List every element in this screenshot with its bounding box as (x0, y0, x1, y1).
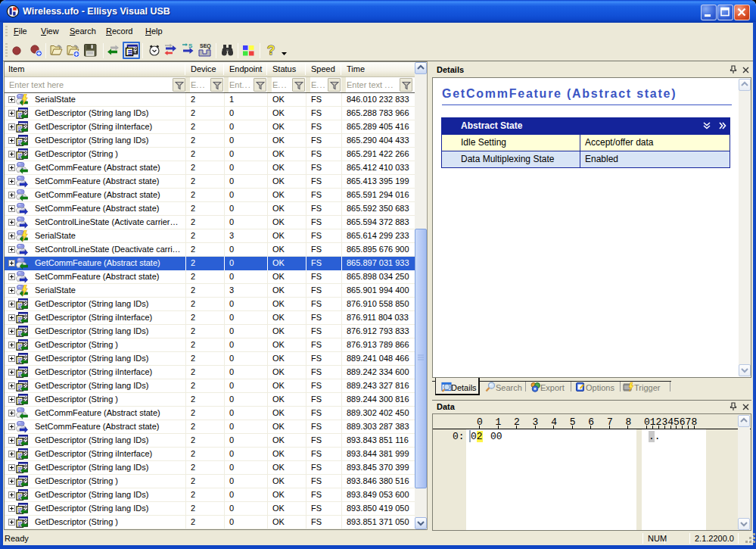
svg-text:?: ? (267, 43, 275, 58)
svg-text:SEQ: SEQ (200, 43, 211, 49)
svg-text:S: S (188, 42, 193, 49)
